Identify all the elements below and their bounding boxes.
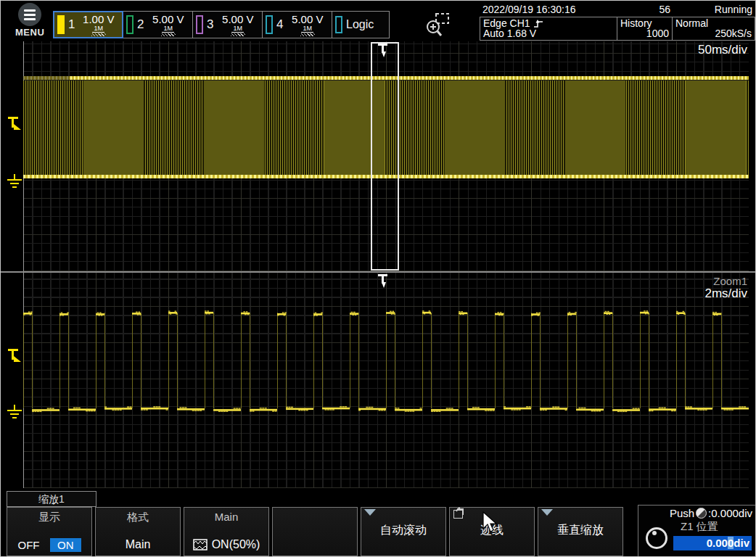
menu-button[interactable]: MENU — [15, 3, 44, 39]
zoom-search-icon — [424, 12, 451, 39]
history-count: 1000 — [646, 28, 669, 39]
channel-4-number: 4 — [276, 17, 283, 32]
trigger-info-box[interactable]: Edge CH1 Auto 1.68 V — [480, 17, 617, 41]
popup-window-icon — [453, 510, 463, 519]
ch1-zoom-waveform — [23, 308, 749, 416]
acquisition-box[interactable]: Normal 250kS/s — [672, 17, 755, 41]
channel-1-impedance: 1M — [92, 25, 104, 33]
sample-rate: 250kS/s — [715, 28, 752, 39]
logic-button[interactable]: Logic — [332, 11, 390, 38]
acquisition-count: 56 — [659, 4, 670, 15]
channel-1-volts: 1.00 V — [83, 14, 114, 25]
rotary-knob-icon[interactable] — [646, 527, 667, 549]
status-panel: 2022/09/19 16:30:16 56 Running Edge CH1 … — [480, 1, 755, 41]
push-knob-icon — [696, 508, 707, 519]
trigger-position-marker-zoom[interactable] — [376, 273, 390, 289]
softkey-format-value: Main — [96, 538, 180, 551]
z1-position-knob-panel[interactable]: Push :0.000div Z1 位置 0.000div — [638, 505, 756, 557]
run-state: Running — [715, 4, 752, 15]
channel-2-button[interactable]: 2 5.00 V 1M — [123, 11, 193, 38]
channel-3-color-bar — [196, 15, 203, 34]
ground-marker-zoom — [5, 403, 24, 422]
history-box[interactable]: History 1000 — [617, 17, 673, 41]
channel-4-impedance-hatch-icon — [300, 33, 315, 36]
softkey-main-value: ON(50%) — [212, 538, 260, 551]
channel-2-impedance: 1M — [162, 25, 174, 33]
display-off-option[interactable]: OFF — [18, 539, 40, 551]
trigger-level-marker-main[interactable] — [5, 115, 24, 133]
channel-3-volts: 5.00 V — [222, 14, 253, 25]
channel-bar: 1 1.00 V 1M 2 5.00 V 1M 3 5.00 V 1M — [53, 11, 390, 38]
channel-3-impedance-hatch-icon — [231, 33, 245, 36]
channel-2-impedance-hatch-icon — [161, 33, 176, 36]
channel-1-number: 1 — [68, 17, 75, 32]
logic-color-bar — [335, 16, 342, 33]
menu-label: MENU — [15, 27, 44, 38]
softkey-autoscroll[interactable]: 自动滚动 — [361, 507, 446, 556]
waveform-ratio-icon — [193, 539, 208, 550]
channel-2-number: 2 — [137, 17, 144, 32]
channel-3-impedance: 1M — [231, 25, 244, 33]
z1-position-label: Z1 位置 — [681, 520, 718, 534]
zoom1-region-box[interactable] — [371, 42, 399, 271]
softkey-vertical-zoom[interactable]: 垂直缩放 — [538, 507, 623, 556]
channel-3-number: 3 — [207, 17, 213, 32]
acquisition-mode: Normal — [675, 18, 708, 29]
softkey-vertical-zoom-label: 垂直缩放 — [538, 523, 623, 538]
channel-2-volts: 5.00 V — [152, 14, 184, 25]
softkey-blank[interactable] — [272, 507, 358, 556]
zoom-timebase: 2ms/div — [704, 286, 747, 301]
ground-marker-main — [5, 173, 24, 191]
softkey-display-title: 显示 — [7, 511, 91, 524]
softkey-format-title: 格式 — [96, 511, 180, 524]
oscilloscope-screen: MENU 1 1.00 V 1M 2 5.00 V 1M 3 5.00 — [0, 0, 756, 557]
softkey-trace[interactable]: 迹线 — [449, 507, 535, 556]
softkey-format[interactable]: 格式 Main — [95, 507, 181, 556]
channel-2-color-bar — [126, 15, 133, 34]
hamburger-icon — [18, 3, 41, 26]
channel-4-color-bar — [266, 15, 273, 34]
zoom-search-button[interactable] — [424, 12, 451, 39]
z1-position-value[interactable]: 0.000div — [673, 536, 752, 550]
softkey-main-title: Main — [184, 511, 268, 523]
softkey-trace-label: 迹线 — [450, 523, 534, 538]
push-label: Push — [670, 507, 694, 519]
softkey-autoscroll-label: 自动滚动 — [361, 523, 445, 538]
zoom1-menu-tab[interactable]: 缩放1 — [7, 491, 96, 507]
ch1-main-high-level-dim — [23, 76, 70, 80]
trigger-position-marker-main[interactable] — [376, 43, 390, 59]
channel-3-button[interactable]: 3 5.00 V 1M — [193, 11, 263, 38]
push-value: :0.000div — [708, 507, 752, 519]
trigger-level-marker-zoom[interactable] — [5, 347, 24, 366]
main-timebase: 50ms/div — [698, 43, 747, 57]
dropdown-triangle-icon — [364, 509, 376, 516]
channel-1-impedance-hatch-icon — [91, 33, 106, 36]
window-divider — [1, 271, 756, 273]
softkey-main-ratio[interactable]: Main ON(50%) — [184, 507, 269, 556]
channel-4-button[interactable]: 4 5.00 V 1M — [263, 11, 332, 38]
logic-label: Logic — [346, 18, 374, 31]
channel-4-impedance: 1M — [301, 25, 313, 33]
display-on-option[interactable]: ON — [50, 538, 81, 552]
dropdown-triangle-icon — [541, 509, 553, 516]
datetime: 2022/09/19 16:30:16 — [482, 4, 575, 15]
trigger-level: Auto 1.68 V — [483, 28, 536, 39]
channel-4-volts: 5.00 V — [292, 14, 323, 25]
channel-1-color-bar — [57, 15, 65, 34]
zoom1-label: Zoom1 — [713, 275, 747, 287]
channel-1-button[interactable]: 1 1.00 V 1M — [53, 11, 123, 38]
softkey-display[interactable]: 显示 OFF ON — [7, 507, 92, 556]
softkey-row: 显示 OFF ON 格式 Main Main ON(50%) — [7, 507, 623, 556]
